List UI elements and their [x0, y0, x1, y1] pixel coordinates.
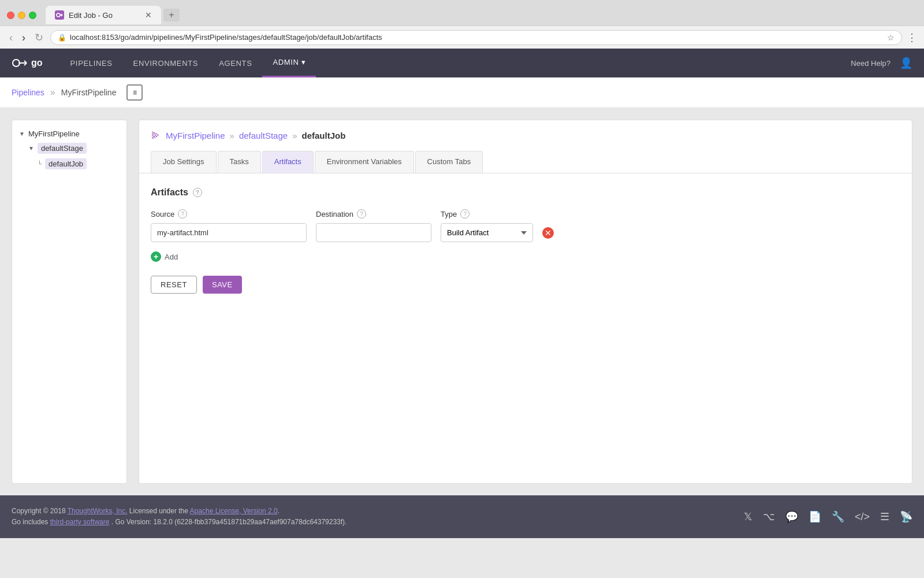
- user-icon[interactable]: 👤: [900, 57, 912, 69]
- main-container: ▼ MyFirstPipeline ▼ defaultStage └ defau…: [0, 108, 924, 495]
- tab-title: Edit Job - Go: [69, 11, 140, 20]
- add-icon: +: [151, 251, 161, 262]
- pipeline-collapse-arrow: ▼: [19, 131, 25, 137]
- panel-breadcrumb-job: defaultJob: [301, 131, 345, 140]
- need-help-link[interactable]: Need Help?: [851, 59, 891, 68]
- destination-column-header: Destination ?: [316, 209, 431, 218]
- url-text: localhost:8153/go/admin/pipelines/MyFirs…: [70, 33, 884, 42]
- traffic-lights: [7, 12, 36, 19]
- browser-toolbar: ‹ › ↻ 🔒 localhost:8153/go/admin/pipeline…: [0, 25, 924, 49]
- save-button[interactable]: SAVE: [203, 276, 242, 294]
- browser-chrome: Edit Job - Go ✕ + ‹ › ↻ 🔒 localhost:8153…: [0, 0, 924, 49]
- minimize-window-button[interactable]: [18, 12, 25, 19]
- nav-links: PIPELINES ENVIRONMENTS AGENTS ADMIN ▾: [60, 49, 851, 77]
- browser-titlebar: Edit Job - Go ✕ +: [0, 0, 924, 25]
- remove-artifact-button[interactable]: ✕: [542, 227, 554, 239]
- tab-bar: Edit Job - Go ✕ +: [46, 6, 917, 24]
- footer-social-icons: 𝕏 ⌥ 💬 📄 🔧 </> ☰ 📡: [744, 510, 912, 523]
- go-logo-icon: [12, 57, 28, 69]
- go-logo[interactable]: go: [12, 57, 43, 69]
- panel-breadcrumb-pipeline-link[interactable]: MyFirstPipeline: [166, 131, 225, 140]
- nav-admin[interactable]: ADMIN ▾: [262, 49, 316, 77]
- sidebar-job-label: defaultJob: [45, 158, 87, 169]
- address-bar[interactable]: 🔒 localhost:8153/go/admin/pipelines/MyFi…: [50, 30, 902, 45]
- forward-button[interactable]: ›: [20, 31, 28, 44]
- job-tabs: Job Settings Tasks Artifacts Environment…: [151, 151, 900, 173]
- tab-close-button[interactable]: ✕: [145, 10, 152, 20]
- panel-breadcrumb-icon: ⫸: [151, 129, 161, 142]
- type-column-header: Type ?: [441, 209, 533, 218]
- tab-tasks[interactable]: Tasks: [218, 151, 261, 173]
- tools-icon[interactable]: 🔧: [832, 510, 844, 523]
- tab-custom-tabs[interactable]: Custom Tabs: [415, 151, 483, 173]
- job-indent-icon: └: [38, 161, 42, 167]
- panel-sep-2: »: [292, 131, 297, 140]
- nav-pipelines[interactable]: PIPELINES: [60, 49, 123, 77]
- tab-environment-variables[interactable]: Environment Variables: [315, 151, 414, 173]
- nav-agents[interactable]: AGENTS: [208, 49, 262, 77]
- artifact-row: Build Artifact Test Artifact External ✕: [151, 223, 900, 242]
- breadcrumb-bar: Pipelines » MyFirstPipeline ⏸: [0, 77, 924, 108]
- stage-collapse-arrow: ▼: [28, 145, 34, 151]
- breadcrumb-pipelines-link[interactable]: Pipelines: [12, 88, 44, 97]
- new-tab-button[interactable]: +: [163, 9, 180, 21]
- action-buttons: RESET SAVE: [151, 276, 900, 294]
- browser-menu-button[interactable]: ⋮: [907, 31, 917, 44]
- type-select[interactable]: Build Artifact Test Artifact External: [441, 223, 533, 242]
- breadcrumb-separator-1: »: [50, 87, 55, 98]
- panel-body: Artifacts ? Source ? Destination ? Type …: [139, 173, 912, 307]
- twitter-icon[interactable]: 𝕏: [744, 510, 752, 523]
- logo-text: go: [31, 58, 43, 68]
- close-window-button[interactable]: [7, 12, 14, 19]
- admin-dropdown-arrow: ▾: [301, 58, 306, 66]
- sidebar-item-stage[interactable]: ▼ defaultStage: [12, 140, 126, 156]
- artifacts-help-icon[interactable]: ?: [193, 188, 202, 197]
- panel-breadcrumb-stage-link[interactable]: defaultStage: [239, 131, 288, 140]
- artifacts-section-title: Artifacts ?: [151, 187, 900, 198]
- back-button[interactable]: ‹: [7, 31, 15, 44]
- source-input[interactable]: [151, 223, 307, 242]
- list-icon[interactable]: ☰: [880, 510, 889, 523]
- panel-header: ⫸ MyFirstPipeline » defaultStage » defau…: [139, 120, 912, 173]
- destination-input[interactable]: [316, 223, 431, 242]
- chat-icon[interactable]: 💬: [785, 510, 798, 523]
- code-icon[interactable]: </>: [855, 511, 870, 523]
- panel-sep-1: »: [230, 131, 234, 140]
- maximize-window-button[interactable]: [29, 12, 36, 19]
- sidebar: ▼ MyFirstPipeline ▼ defaultStage └ defau…: [12, 120, 127, 484]
- active-browser-tab[interactable]: Edit Job - Go ✕: [46, 6, 161, 24]
- sidebar-item-job[interactable]: └ defaultJob: [12, 156, 126, 172]
- pause-icon: ⏸: [132, 89, 138, 96]
- content-panel: ⫸ MyFirstPipeline » defaultStage » defau…: [139, 120, 912, 484]
- tab-job-settings[interactable]: Job Settings: [151, 151, 217, 173]
- security-icon: 🔒: [58, 34, 66, 42]
- footer-copyright: Copyright © 2018 ThoughtWorks, Inc. Lice…: [12, 506, 346, 528]
- reload-button[interactable]: ↻: [32, 31, 46, 44]
- source-help-icon[interactable]: ?: [178, 209, 187, 218]
- type-help-icon[interactable]: ?: [460, 209, 470, 218]
- pause-pipeline-button[interactable]: ⏸: [126, 84, 143, 101]
- source-column-header: Source ?: [151, 209, 307, 218]
- footer-third-party-link[interactable]: third-party software: [50, 518, 110, 526]
- feed-icon[interactable]: 📡: [900, 510, 912, 523]
- app-navigation: go PIPELINES ENVIRONMENTS AGENTS ADMIN ▾…: [0, 49, 924, 77]
- destination-help-icon[interactable]: ?: [357, 209, 366, 218]
- add-artifact-link[interactable]: + Add: [151, 251, 900, 262]
- breadcrumb-pipeline-name: MyFirstPipeline: [61, 88, 117, 97]
- reset-button[interactable]: RESET: [151, 276, 197, 294]
- tab-artifacts[interactable]: Artifacts: [262, 151, 314, 173]
- nav-environments[interactable]: ENVIRONMENTS: [123, 49, 209, 77]
- sidebar-pipeline-label: MyFirstPipeline: [28, 129, 80, 138]
- footer-company-link[interactable]: ThoughtWorks, Inc.: [68, 507, 128, 515]
- document-icon[interactable]: 📄: [808, 510, 821, 523]
- form-column-headers: Source ? Destination ? Type ?: [151, 209, 900, 218]
- bookmark-icon[interactable]: ☆: [887, 33, 895, 42]
- github-icon[interactable]: ⌥: [763, 510, 775, 523]
- sidebar-item-pipeline[interactable]: ▼ MyFirstPipeline: [12, 127, 126, 140]
- footer: Copyright © 2018 ThoughtWorks, Inc. Lice…: [0, 495, 924, 538]
- tab-favicon: [55, 10, 64, 20]
- sidebar-stage-label: defaultStage: [38, 143, 87, 154]
- footer-license-link[interactable]: Apache License, Version 2.0: [190, 507, 278, 515]
- panel-breadcrumb: ⫸ MyFirstPipeline » defaultStage » defau…: [151, 129, 900, 142]
